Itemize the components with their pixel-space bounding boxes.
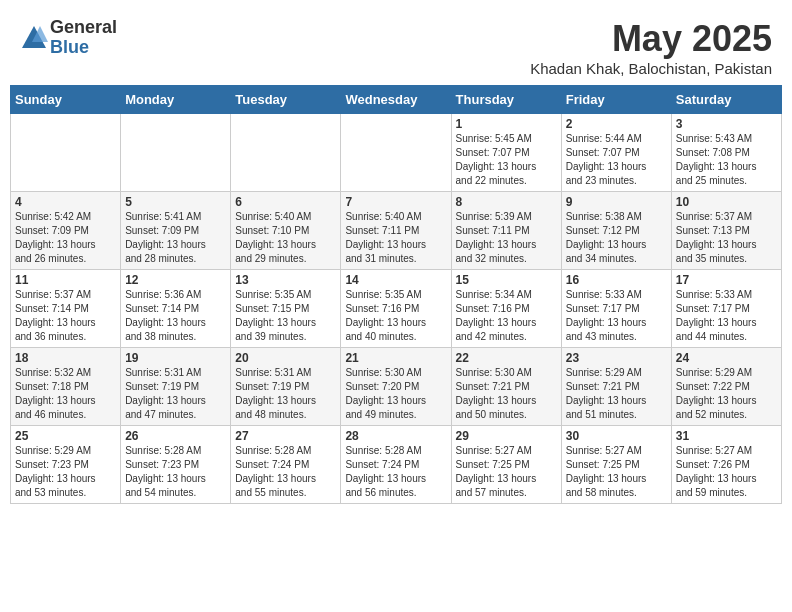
day-info: Sunrise: 5:30 AM Sunset: 7:20 PM Dayligh…: [345, 366, 446, 422]
calendar-cell-1-6: 10Sunrise: 5:37 AM Sunset: 7:13 PM Dayli…: [671, 192, 781, 270]
day-info: Sunrise: 5:28 AM Sunset: 7:24 PM Dayligh…: [235, 444, 336, 500]
day-info: Sunrise: 5:27 AM Sunset: 7:25 PM Dayligh…: [456, 444, 557, 500]
day-number: 11: [15, 273, 116, 287]
day-number: 9: [566, 195, 667, 209]
day-number: 8: [456, 195, 557, 209]
day-info: Sunrise: 5:32 AM Sunset: 7:18 PM Dayligh…: [15, 366, 116, 422]
calendar-week-0: 1Sunrise: 5:45 AM Sunset: 7:07 PM Daylig…: [11, 114, 782, 192]
day-info: Sunrise: 5:27 AM Sunset: 7:25 PM Dayligh…: [566, 444, 667, 500]
day-info: Sunrise: 5:35 AM Sunset: 7:15 PM Dayligh…: [235, 288, 336, 344]
calendar-cell-2-6: 17Sunrise: 5:33 AM Sunset: 7:17 PM Dayli…: [671, 270, 781, 348]
day-info: Sunrise: 5:31 AM Sunset: 7:19 PM Dayligh…: [235, 366, 336, 422]
day-number: 7: [345, 195, 446, 209]
day-info: Sunrise: 5:39 AM Sunset: 7:11 PM Dayligh…: [456, 210, 557, 266]
calendar-cell-4-4: 29Sunrise: 5:27 AM Sunset: 7:25 PM Dayli…: [451, 426, 561, 504]
calendar-cell-2-2: 13Sunrise: 5:35 AM Sunset: 7:15 PM Dayli…: [231, 270, 341, 348]
day-info: Sunrise: 5:28 AM Sunset: 7:24 PM Dayligh…: [345, 444, 446, 500]
calendar-week-3: 18Sunrise: 5:32 AM Sunset: 7:18 PM Dayli…: [11, 348, 782, 426]
day-info: Sunrise: 5:29 AM Sunset: 7:23 PM Dayligh…: [15, 444, 116, 500]
day-info: Sunrise: 5:34 AM Sunset: 7:16 PM Dayligh…: [456, 288, 557, 344]
day-number: 22: [456, 351, 557, 365]
day-info: Sunrise: 5:33 AM Sunset: 7:17 PM Dayligh…: [566, 288, 667, 344]
day-info: Sunrise: 5:44 AM Sunset: 7:07 PM Dayligh…: [566, 132, 667, 188]
day-number: 30: [566, 429, 667, 443]
day-info: Sunrise: 5:37 AM Sunset: 7:14 PM Dayligh…: [15, 288, 116, 344]
calendar-cell-3-5: 23Sunrise: 5:29 AM Sunset: 7:21 PM Dayli…: [561, 348, 671, 426]
logo: General Blue: [20, 18, 117, 58]
calendar-cell-2-1: 12Sunrise: 5:36 AM Sunset: 7:14 PM Dayli…: [121, 270, 231, 348]
day-info: Sunrise: 5:36 AM Sunset: 7:14 PM Dayligh…: [125, 288, 226, 344]
calendar-cell-0-0: [11, 114, 121, 192]
calendar-table: SundayMondayTuesdayWednesdayThursdayFrid…: [10, 85, 782, 504]
calendar-cell-4-5: 30Sunrise: 5:27 AM Sunset: 7:25 PM Dayli…: [561, 426, 671, 504]
calendar-cell-0-5: 2Sunrise: 5:44 AM Sunset: 7:07 PM Daylig…: [561, 114, 671, 192]
day-info: Sunrise: 5:30 AM Sunset: 7:21 PM Dayligh…: [456, 366, 557, 422]
title-area: May 2025 Khadan Khak, Balochistan, Pakis…: [530, 18, 772, 77]
calendar-cell-1-4: 8Sunrise: 5:39 AM Sunset: 7:11 PM Daylig…: [451, 192, 561, 270]
calendar-week-1: 4Sunrise: 5:42 AM Sunset: 7:09 PM Daylig…: [11, 192, 782, 270]
day-number: 27: [235, 429, 336, 443]
calendar-cell-2-0: 11Sunrise: 5:37 AM Sunset: 7:14 PM Dayli…: [11, 270, 121, 348]
calendar-cell-1-2: 6Sunrise: 5:40 AM Sunset: 7:10 PM Daylig…: [231, 192, 341, 270]
day-number: 15: [456, 273, 557, 287]
day-number: 31: [676, 429, 777, 443]
day-number: 23: [566, 351, 667, 365]
day-number: 21: [345, 351, 446, 365]
calendar-cell-1-1: 5Sunrise: 5:41 AM Sunset: 7:09 PM Daylig…: [121, 192, 231, 270]
day-number: 12: [125, 273, 226, 287]
page-header: General Blue May 2025 Khadan Khak, Baloc…: [10, 10, 782, 81]
day-number: 14: [345, 273, 446, 287]
weekday-header-monday: Monday: [121, 86, 231, 114]
calendar-cell-1-0: 4Sunrise: 5:42 AM Sunset: 7:09 PM Daylig…: [11, 192, 121, 270]
weekday-header-wednesday: Wednesday: [341, 86, 451, 114]
calendar-week-2: 11Sunrise: 5:37 AM Sunset: 7:14 PM Dayli…: [11, 270, 782, 348]
weekday-header-row: SundayMondayTuesdayWednesdayThursdayFrid…: [11, 86, 782, 114]
day-number: 28: [345, 429, 446, 443]
weekday-header-saturday: Saturday: [671, 86, 781, 114]
day-number: 5: [125, 195, 226, 209]
day-info: Sunrise: 5:43 AM Sunset: 7:08 PM Dayligh…: [676, 132, 777, 188]
day-number: 20: [235, 351, 336, 365]
calendar-cell-1-5: 9Sunrise: 5:38 AM Sunset: 7:12 PM Daylig…: [561, 192, 671, 270]
day-info: Sunrise: 5:29 AM Sunset: 7:22 PM Dayligh…: [676, 366, 777, 422]
weekday-header-thursday: Thursday: [451, 86, 561, 114]
day-number: 19: [125, 351, 226, 365]
weekday-header-sunday: Sunday: [11, 86, 121, 114]
calendar-cell-0-2: [231, 114, 341, 192]
day-info: Sunrise: 5:37 AM Sunset: 7:13 PM Dayligh…: [676, 210, 777, 266]
day-number: 13: [235, 273, 336, 287]
day-number: 4: [15, 195, 116, 209]
day-number: 29: [456, 429, 557, 443]
day-number: 10: [676, 195, 777, 209]
calendar-cell-4-3: 28Sunrise: 5:28 AM Sunset: 7:24 PM Dayli…: [341, 426, 451, 504]
calendar-cell-1-3: 7Sunrise: 5:40 AM Sunset: 7:11 PM Daylig…: [341, 192, 451, 270]
calendar-week-4: 25Sunrise: 5:29 AM Sunset: 7:23 PM Dayli…: [11, 426, 782, 504]
day-info: Sunrise: 5:40 AM Sunset: 7:11 PM Dayligh…: [345, 210, 446, 266]
day-info: Sunrise: 5:35 AM Sunset: 7:16 PM Dayligh…: [345, 288, 446, 344]
calendar-cell-3-3: 21Sunrise: 5:30 AM Sunset: 7:20 PM Dayli…: [341, 348, 451, 426]
day-number: 25: [15, 429, 116, 443]
day-number: 2: [566, 117, 667, 131]
weekday-header-friday: Friday: [561, 86, 671, 114]
day-number: 1: [456, 117, 557, 131]
calendar-cell-0-3: [341, 114, 451, 192]
calendar-cell-3-4: 22Sunrise: 5:30 AM Sunset: 7:21 PM Dayli…: [451, 348, 561, 426]
day-number: 17: [676, 273, 777, 287]
day-info: Sunrise: 5:42 AM Sunset: 7:09 PM Dayligh…: [15, 210, 116, 266]
calendar-cell-3-6: 24Sunrise: 5:29 AM Sunset: 7:22 PM Dayli…: [671, 348, 781, 426]
calendar-cell-4-2: 27Sunrise: 5:28 AM Sunset: 7:24 PM Dayli…: [231, 426, 341, 504]
logo-general-text: General: [50, 18, 117, 38]
calendar-cell-2-3: 14Sunrise: 5:35 AM Sunset: 7:16 PM Dayli…: [341, 270, 451, 348]
month-title: May 2025: [530, 18, 772, 60]
calendar-cell-3-0: 18Sunrise: 5:32 AM Sunset: 7:18 PM Dayli…: [11, 348, 121, 426]
calendar-cell-0-1: [121, 114, 231, 192]
day-info: Sunrise: 5:31 AM Sunset: 7:19 PM Dayligh…: [125, 366, 226, 422]
logo-blue-text: Blue: [50, 38, 117, 58]
location-title: Khadan Khak, Balochistan, Pakistan: [530, 60, 772, 77]
day-info: Sunrise: 5:33 AM Sunset: 7:17 PM Dayligh…: [676, 288, 777, 344]
weekday-header-tuesday: Tuesday: [231, 86, 341, 114]
day-number: 6: [235, 195, 336, 209]
calendar-cell-3-2: 20Sunrise: 5:31 AM Sunset: 7:19 PM Dayli…: [231, 348, 341, 426]
day-info: Sunrise: 5:45 AM Sunset: 7:07 PM Dayligh…: [456, 132, 557, 188]
day-info: Sunrise: 5:29 AM Sunset: 7:21 PM Dayligh…: [566, 366, 667, 422]
